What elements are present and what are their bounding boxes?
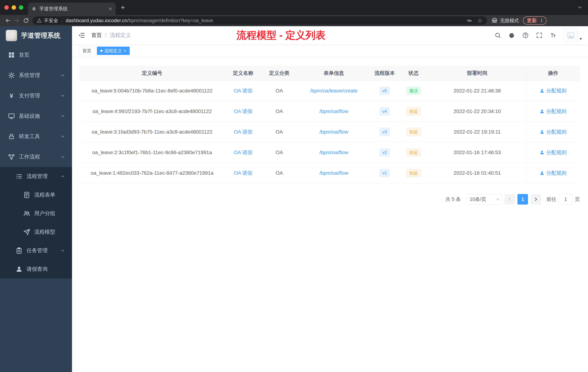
table-body: oa_leave:5:004b710b-7b8a-11ec-8ef0-acde4… [79, 81, 580, 184]
sidebar-item[interactable]: 流程管理 [0, 167, 72, 186]
sidebar-item[interactable]: 任务管理 [0, 241, 72, 260]
new-tab-button[interactable]: + [121, 4, 125, 11]
form-link[interactable]: /bpm/oa/flow [319, 109, 348, 114]
user-icon [540, 150, 544, 155]
assign-rule-link[interactable]: 分配规则 [540, 108, 567, 115]
assign-rule-link[interactable]: 分配规则 [540, 87, 567, 94]
sidebar-item-label: 用户分组 [34, 210, 55, 217]
page-size-select[interactable]: 10条/页 ▾ [467, 194, 502, 205]
status-badge: 挂起 [407, 107, 421, 115]
top-navbar: 首页 / 流程定义 流程模型 - 定义列表 ▾ [72, 26, 588, 44]
tasks-icon [16, 247, 22, 254]
chevron-down-icon: ▾ [497, 197, 499, 202]
form-link[interactable]: /bpm/oa/leave/create [310, 88, 358, 94]
browser-update-button[interactable]: 更新 [523, 16, 546, 25]
version-badge: v1 [380, 169, 390, 177]
not-secure-warning-icon[interactable] [37, 18, 42, 23]
sidebar-item[interactable]: 基础设施 [0, 106, 72, 126]
breadcrumb-current: 流程定义 [110, 32, 131, 39]
definition-name-link[interactable]: OA 请假 [234, 150, 252, 155]
reload-button[interactable] [21, 16, 31, 25]
next-page-button[interactable] [531, 194, 541, 205]
broken-image-icon [567, 31, 575, 39]
sidebar-item-label: 系统管理 [19, 72, 40, 79]
text-size-icon[interactable] [550, 32, 556, 39]
tag-label: 流程定义 [104, 48, 122, 54]
tab-close-icon[interactable]: × [109, 6, 112, 12]
zoom-window-button[interactable] [19, 5, 23, 10]
question-icon[interactable] [522, 32, 529, 39]
status-badge: 挂起 [407, 169, 421, 177]
password-key-icon[interactable] [467, 18, 472, 23]
sidebar-toggle-icon[interactable] [78, 32, 85, 39]
sidebar-logo-row[interactable]: 芋道管理系统 [0, 26, 72, 45]
sidebar-item[interactable]: 工作流程 [0, 147, 72, 167]
search-icon[interactable] [494, 32, 501, 39]
table-row: oa_leave:2:3c1f0ef1-76b1-11ec-9c66-a2380… [79, 142, 580, 163]
goto-page-input[interactable] [559, 194, 572, 205]
close-window-button[interactable] [4, 5, 9, 10]
form-link[interactable]: /bpm/oa/flow [319, 170, 348, 176]
fullscreen-icon[interactable] [536, 32, 543, 39]
definition-name-link[interactable]: OA 请假 [234, 109, 252, 114]
definition-id: oa_leave:3:1fad3d93-7b75-11ec-a3c8-acde4… [79, 129, 225, 135]
user-icon [16, 266, 22, 273]
tag-item[interactable]: 首页 [79, 47, 95, 55]
sidebar-item[interactable]: 流程表单 [0, 186, 72, 204]
chevron-down-icon[interactable]: ▾ [580, 36, 582, 42]
tag-label: 首页 [83, 48, 91, 54]
assign-rule-link[interactable]: 分配规则 [540, 129, 567, 135]
form-link[interactable]: /bpm/oa/flow [319, 150, 348, 155]
definition-name-link[interactable]: OA 请假 [234, 88, 252, 94]
window-controls [0, 5, 28, 10]
sidebar-item[interactable]: 请假查询 [0, 260, 72, 278]
assign-rule-link[interactable]: 分配规则 [540, 170, 567, 176]
column-header: 流程版本 [370, 70, 399, 77]
definition-category: OA [261, 170, 297, 176]
forward-button[interactable] [12, 16, 21, 25]
bookmark-star-icon[interactable]: ☆ [477, 18, 483, 23]
assign-rule-link[interactable]: 分配规则 [540, 149, 567, 156]
prev-page-button[interactable] [504, 194, 515, 205]
column-header: 定义编号 [79, 70, 225, 77]
back-button[interactable] [3, 16, 12, 25]
sidebar-item[interactable]: ¥支付管理 [0, 86, 72, 106]
chevron-down-icon [60, 93, 65, 98]
column-header: 定义名称 [225, 70, 261, 77]
pagination-total: 共 5 条 [445, 196, 461, 203]
definition-id: oa_leave:4:991f2193-7b7f-11ec-a3c8-acde4… [79, 109, 225, 114]
current-page-button[interactable]: 1 [517, 194, 528, 205]
definition-category: OA [261, 88, 297, 94]
url-path: /bpm/manager/definition?key=oa_leave [127, 18, 213, 23]
close-icon[interactable]: × [124, 49, 126, 53]
browser-tab[interactable]: 芋道管理系统 × [28, 2, 116, 15]
user-icon [540, 130, 544, 134]
minimize-window-button[interactable] [12, 5, 16, 10]
address-bar[interactable]: 不安全 dashboard.yudao.iocoder.cn/bpm/manag… [32, 16, 487, 25]
sidebar-item[interactable]: 研发工具 [0, 126, 72, 147]
sidebar-item[interactable]: 流程模型 [0, 223, 72, 241]
definition-name-link[interactable]: OA 请假 [234, 170, 252, 176]
breadcrumb-home[interactable]: 首页 [91, 32, 102, 39]
browser-menu-kebab-icon[interactable] [539, 18, 544, 23]
security-label[interactable]: 不安全 [44, 17, 58, 24]
tab-title: 芋道管理系统 [39, 6, 106, 12]
chevron-down-icon [60, 248, 65, 253]
form-link[interactable]: /bpm/oa/flow [319, 129, 348, 135]
url-text[interactable]: dashboard.yudao.iocoder.cn/bpm/manager/d… [66, 18, 213, 23]
tag-active[interactable]: 流程定义× [97, 47, 130, 55]
yen-icon: ¥ [8, 92, 15, 99]
sidebar-item[interactable]: 首页 [0, 45, 72, 65]
definition-name-link[interactable]: OA 请假 [234, 129, 252, 135]
sidebar-item[interactable]: 系统管理 [0, 65, 72, 86]
incognito-badge: 无痕模式 [491, 17, 519, 24]
avatar[interactable] [564, 28, 578, 42]
tab-search-chevron-icon[interactable] [577, 5, 583, 10]
app-shell: 芋道管理系统 首页系统管理¥支付管理基础设施研发工具工作流程流程管理流程表单用户… [0, 26, 588, 372]
chevron-up-icon [60, 174, 65, 179]
definition-table: 定义编号定义名称定义分类表单信息流程版本状态部署时间操作 oa_leave:5:… [79, 66, 580, 184]
sidebar-item[interactable]: 用户分组 [0, 204, 72, 223]
github-icon[interactable] [508, 32, 515, 39]
table-row: oa_leave:1:482ec033-762a-11ec-8477-a2380… [79, 163, 580, 184]
definition-id: oa_leave:5:004b710b-7b8a-11ec-8ef0-acde4… [79, 88, 225, 94]
